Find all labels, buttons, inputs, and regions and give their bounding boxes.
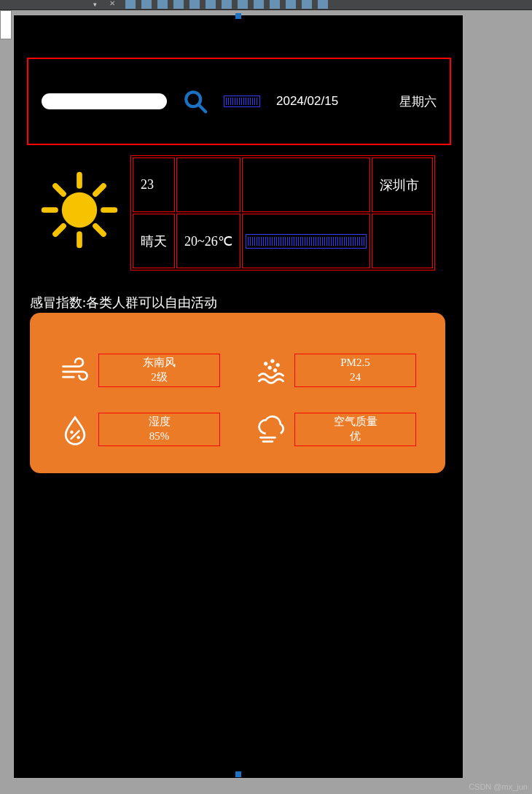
cloud-wind-icon [255,413,287,445]
condition-cell: 晴天 [133,214,175,268]
layout-spacer-cell[interactable] [242,214,370,268]
metric-air-quality: 空气质量 优 [255,407,416,451]
layout-spacer[interactable] [224,96,260,107]
city-cell: 深圳市 [372,157,433,212]
weekday-label: 星期六 [399,93,437,110]
toolbar-icon[interactable] [173,0,184,9]
metric-value: 优 [350,429,361,444]
empty-cell [176,157,240,212]
temp-range-cell: 20~26℃ [176,214,240,268]
toolbar-icon[interactable] [141,0,152,9]
designer-toolbar: ▾ ✕ [0,0,532,10]
metric-box: 东南风 2级 [98,354,220,387]
toolbar-icon[interactable] [157,0,168,9]
design-canvas[interactable]: 2024/02/15 星期六 23 [13,15,463,779]
table-row: 晴天 20~26℃ [133,214,433,268]
metric-label: 东南风 [143,356,176,370]
toolbar-dropdown-icon[interactable]: ▾ [93,1,97,8]
toolbar-icon[interactable] [189,0,200,9]
weather-table: 23 深圳市 晴天 20~26℃ [130,155,435,270]
metric-value: 24 [350,370,361,385]
selection-handle-bottom[interactable] [235,771,241,777]
haze-icon [255,354,287,386]
date-label: 2024/02/15 [276,94,338,109]
svg-line-8 [95,226,103,234]
toolbar-icon[interactable] [125,0,136,9]
svg-line-7 [55,186,63,194]
toolbar-icon[interactable] [318,0,328,9]
metric-box: PM2.5 24 [294,354,416,387]
table-row: 23 深圳市 [133,157,433,212]
svg-point-16 [71,430,74,433]
toolbar-icon[interactable] [302,0,312,9]
wind-icon [59,354,91,386]
svg-point-17 [77,436,80,439]
svg-point-14 [268,366,272,370]
svg-point-11 [264,362,267,365]
temperature-cell: 23 [133,157,175,212]
search-input[interactable] [42,93,167,109]
search-icon[interactable] [183,89,208,114]
toolbar-icon[interactable] [206,0,216,9]
svg-line-9 [95,186,103,194]
selection-handle-top[interactable] [235,13,241,19]
metric-pm25: PM2.5 24 [255,348,416,392]
metric-humidity: 湿度 85% [59,407,220,451]
metric-label: 空气质量 [334,415,378,429]
empty-cell [242,157,370,212]
metric-box: 湿度 85% [98,413,220,446]
svg-line-1 [198,104,206,112]
svg-point-13 [276,363,280,367]
toolbar-icon[interactable] [238,0,248,9]
svg-point-12 [271,359,275,362]
metric-box: 空气质量 优 [294,413,416,446]
sun-icon [39,170,120,250]
svg-point-15 [273,368,277,372]
toolbar-icon[interactable] [254,0,264,9]
toolbar-close-icon[interactable]: ✕ [109,0,120,9]
svg-line-10 [55,226,63,234]
metric-wind: 东南风 2级 [59,348,220,392]
empty-cell [372,214,433,268]
metric-label: 湿度 [149,415,171,429]
metrics-panel: 东南风 2级 PM2.5 24 [30,313,445,473]
humidity-icon [59,413,91,445]
svg-point-2 [62,192,97,227]
toolbar-icon[interactable] [222,0,232,9]
toolbar-icon[interactable] [286,0,296,9]
cold-index-label: 感冒指数:各类人群可以自由活动 [30,294,217,311]
toolbar-icon[interactable] [270,0,280,9]
metric-value: 85% [149,429,170,444]
metric-value: 2级 [151,370,168,385]
metric-label: PM2.5 [340,356,369,370]
weather-row: 23 深圳市 晴天 20~26℃ [28,155,435,270]
weather-icon-container [28,155,130,265]
watermark: CSDN @mx_jun [469,782,528,791]
header-container[interactable]: 2024/02/15 星期六 [27,58,451,145]
ruler-left [0,10,12,39]
